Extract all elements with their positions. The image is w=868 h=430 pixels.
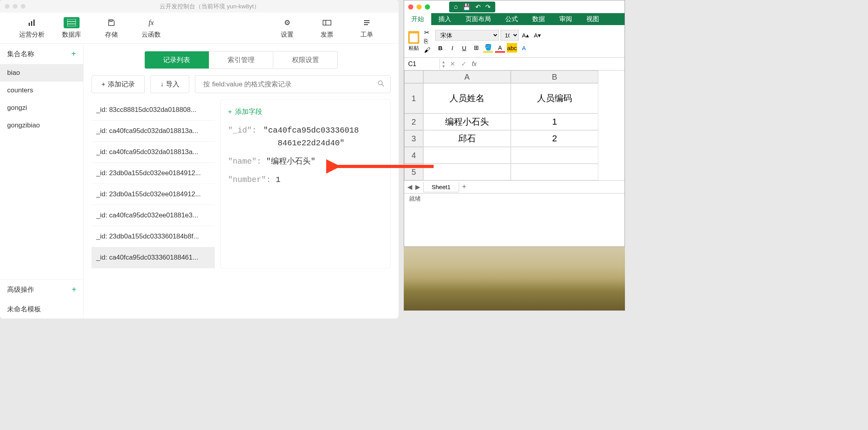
close-button[interactable] [408,4,413,10]
sheet-prev-icon[interactable]: ◀ [407,183,412,191]
import-button[interactable]: ↓导入 [150,75,190,93]
collection-item-biao[interactable]: biao [0,64,83,82]
record-item[interactable]: _id: ca40fca95dc033360188461... [91,247,215,268]
add-record-button[interactable]: +添加记录 [91,75,145,93]
maximize-button[interactable] [425,4,430,10]
highlight-button[interactable]: abc [507,43,517,53]
search-input[interactable] [201,76,378,92]
cell-a2[interactable]: 编程小石头 [423,113,511,130]
row-header-2[interactable]: 2 [404,113,423,130]
ribbon-content: 粘贴 ✂ ⎘ 🖌 宋体 10 A▴ A▾ B I U ⊞ 🪣 A abc A [404,25,625,58]
home-icon[interactable]: ⌂ [454,3,458,11]
quick-access-toolbar: ⌂ 💾 ↶ ↷ [449,2,495,12]
row-header-4[interactable]: 4 [404,147,423,164]
template-item[interactable]: 未命名模板 [0,300,84,319]
minimize-button[interactable] [416,4,422,10]
cell-a3[interactable]: 邱石 [423,130,511,147]
cell-b5[interactable] [511,164,598,180]
bold-button[interactable]: B [435,43,446,53]
minimize-button[interactable] [13,4,18,9]
collection-item-gongzibiao[interactable]: gongzibiao [0,117,83,134]
save-icon[interactable]: 💾 [463,3,471,11]
settings-tab[interactable]: ⚙ 设置 [267,17,307,39]
analytics-tab[interactable]: 运营分析 [12,17,52,39]
sheet-tab[interactable]: Sheet1 [423,182,459,192]
storage-tab[interactable]: 存储 [91,17,131,39]
sheet-next-icon[interactable]: ▶ [415,183,420,191]
redo-icon[interactable]: ↷ [485,3,490,11]
stepper-down-icon[interactable]: ▼ [442,64,446,68]
plus-icon: + [228,108,232,116]
close-button[interactable] [5,4,10,9]
collection-item-gongzi[interactable]: gongzi [0,99,83,117]
svg-rect-7 [323,20,331,25]
paste-icon[interactable] [408,31,419,44]
ribbon-tab-layout[interactable]: 页面布局 [458,13,498,25]
record-item[interactable]: _id: ca40fca95dc032da018813a... [91,121,215,142]
record-item[interactable]: _id: 83cc88815dc032da018808... [91,100,215,121]
record-item[interactable]: _id: ca40fca95dc032da018813a... [91,142,215,163]
tab-permissions[interactable]: 权限设置 [273,51,337,68]
select-all-corner[interactable] [404,70,423,83]
cell-b3[interactable]: 2 [511,130,598,147]
add-template-button[interactable]: + [72,285,76,294]
cell-reference[interactable]: C1 [404,59,440,69]
column-header-a[interactable]: A [423,70,511,83]
fill-color-button[interactable]: 🪣 [483,43,493,53]
ribbon-tab-review[interactable]: 审阅 [552,13,579,25]
invoice-icon [319,17,335,28]
underline-button[interactable]: U [459,43,469,53]
ribbon-tab-insert[interactable]: 插入 [431,13,458,25]
font-family-select[interactable]: 宋体 [435,30,499,41]
accept-formula-icon[interactable]: ✓ [458,60,469,68]
fx-icon[interactable]: fx [472,61,477,68]
ribbon-tab-view[interactable]: 视图 [579,13,606,25]
font-style-button[interactable]: A [519,43,529,53]
row-header-1[interactable]: 1 [404,83,423,113]
svg-point-12 [378,81,382,85]
svg-rect-1 [31,21,32,26]
tab-records[interactable]: 记录列表 [145,51,209,68]
cell-b2[interactable]: 1 [511,113,598,130]
add-sheet-button[interactable]: + [462,183,467,191]
font-color-button[interactable]: A [495,43,505,53]
cut-icon[interactable]: ✂ [424,29,430,36]
ribbon-tab-formula[interactable]: 公式 [498,13,525,25]
add-field-button[interactable]: +添加字段 [228,107,383,116]
search-icon[interactable] [378,80,385,89]
record-item[interactable]: _id: 23db0a155dc032ee0184912... [91,163,215,184]
cell-a4[interactable] [423,147,511,164]
formula-input[interactable] [479,61,625,67]
undo-icon[interactable]: ↶ [475,3,481,11]
ticket-tab[interactable]: 工单 [347,17,387,39]
database-tab[interactable]: 数据库 [52,17,91,39]
cell-a1[interactable]: 人员姓名 [423,83,511,113]
cell-b4[interactable] [511,147,598,164]
row-header-3[interactable]: 3 [404,130,423,147]
font-size-select[interactable]: 10 [500,30,519,41]
copy-icon[interactable]: ⎘ [424,38,430,45]
invoice-tab[interactable]: 发票 [307,17,347,39]
border-button[interactable]: ⊞ [471,43,481,53]
record-item[interactable]: _id: 23db0a155dc032ee0184912... [91,184,215,205]
row-header-5[interactable]: 5 [404,164,423,180]
format-painter-icon[interactable]: 🖌 [424,47,430,54]
decrease-font-icon[interactable]: A▾ [532,31,543,40]
maximize-button[interactable] [21,4,25,9]
add-collection-button[interactable]: + [71,49,76,59]
tab-indexes[interactable]: 索引管理 [209,51,274,68]
increase-font-icon[interactable]: A▴ [520,31,531,40]
italic-button[interactable]: I [447,43,457,53]
svg-rect-2 [33,20,35,26]
column-header-b[interactable]: B [511,70,598,83]
functions-tab[interactable]: fx 云函数 [131,17,171,39]
ribbon-tab-data[interactable]: 数据 [525,13,552,25]
record-item[interactable]: _id: ca40fca95dc032ee01881e3... [91,205,215,226]
cell-a5[interactable] [423,164,511,180]
stepper-up-icon[interactable]: ▲ [442,60,446,64]
cell-b1[interactable]: 人员编码 [511,83,598,113]
collection-item-counters[interactable]: counters [0,82,83,99]
cancel-formula-icon[interactable]: ✕ [447,60,458,68]
ribbon-tab-home[interactable]: 开始 [404,13,431,25]
record-item[interactable]: _id: 23db0a155dc033360184b8f... [91,226,215,247]
